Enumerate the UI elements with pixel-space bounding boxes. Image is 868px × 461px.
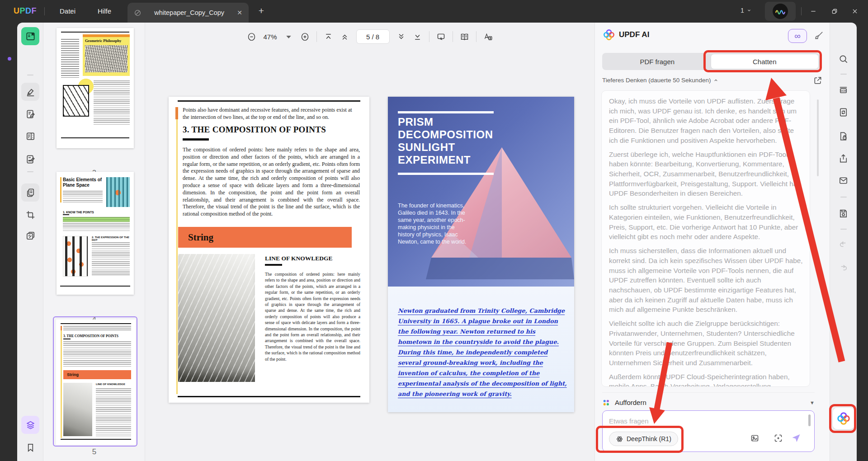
organize-pages-icon[interactable] bbox=[21, 127, 39, 145]
zoom-level[interactable]: 47% bbox=[263, 33, 277, 41]
divider bbox=[44, 7, 45, 15]
divider bbox=[840, 229, 847, 230]
comment-feedback-icon[interactable] bbox=[834, 456, 852, 461]
comment-marker-icon[interactable] bbox=[21, 83, 39, 101]
thinking-paragraph: Okay, ich muss die Vorteile von UPDF auf… bbox=[609, 96, 803, 146]
rule bbox=[61, 323, 131, 324]
last-page-icon[interactable] bbox=[413, 32, 422, 42]
new-tab-button[interactable]: + bbox=[255, 5, 267, 16]
rule bbox=[63, 339, 71, 339]
crop-pages-icon[interactable] bbox=[21, 206, 39, 224]
fill-and-sign-icon[interactable] bbox=[21, 150, 39, 168]
menu-hilfe[interactable]: Hilfe bbox=[91, 0, 118, 23]
copy-pages-icon[interactable] bbox=[21, 183, 39, 202]
previous-page-icon[interactable] bbox=[340, 32, 349, 42]
tab-title: whitepaper_Copy_Copy bbox=[146, 9, 232, 16]
infinity-toggle[interactable]: ∞ bbox=[788, 29, 807, 43]
divider bbox=[316, 31, 317, 42]
updf-ai-flower-icon bbox=[837, 412, 850, 425]
minimize-button[interactable] bbox=[807, 5, 819, 17]
convert-icon[interactable] bbox=[834, 103, 852, 121]
zoom-in-icon[interactable] bbox=[300, 32, 310, 42]
ai-thinking-message: Okay, ich muss die Vorteile von UPDF auf… bbox=[601, 90, 810, 387]
insert-image-icon[interactable] bbox=[750, 433, 760, 445]
text-block bbox=[63, 191, 103, 202]
tab-close-icon[interactable]: ✕ bbox=[237, 9, 242, 16]
rule bbox=[60, 286, 130, 287]
zoom-dropdown-icon[interactable] bbox=[284, 32, 293, 42]
clear-chat-brush-icon[interactable] bbox=[814, 30, 824, 42]
close-button[interactable] bbox=[849, 5, 861, 17]
zoom-out-icon[interactable] bbox=[247, 32, 256, 42]
divider bbox=[840, 74, 847, 75]
open-external-icon[interactable] bbox=[813, 76, 822, 86]
updf-ai-launcher-button[interactable] bbox=[833, 408, 854, 429]
text-block bbox=[63, 341, 131, 367]
collapse-chevron-icon[interactable] bbox=[713, 77, 719, 83]
window-count: 1 bbox=[741, 7, 744, 14]
window-count-dropdown[interactable]: 1 bbox=[741, 7, 751, 14]
rule bbox=[61, 439, 131, 440]
undo-icon[interactable] bbox=[834, 235, 852, 253]
tab-chatten[interactable]: Chatten bbox=[711, 54, 819, 69]
prism-title: PRISM DECOMPOSITION SUNLIGHT EXPERIMENT bbox=[398, 116, 493, 166]
restore-button[interactable] bbox=[829, 5, 840, 17]
edit-page-icon[interactable] bbox=[21, 105, 39, 123]
left-toolbar bbox=[17, 23, 43, 461]
thumbnail-page-5-selected[interactable]: 3. THE COMPOSITION OF POINTS String LINE… bbox=[53, 316, 137, 447]
right-frame bbox=[857, 23, 868, 461]
screenshot-icon[interactable] bbox=[774, 433, 783, 445]
ai-tab-bar: PDF fragen Chatten bbox=[602, 53, 820, 70]
svg-text:OCR: OCR bbox=[840, 89, 846, 92]
thumbnail-panel: Geometric Philosophy 3 Basic Elements of… bbox=[43, 23, 145, 461]
mail-icon[interactable] bbox=[834, 171, 852, 189]
save-icon[interactable] bbox=[834, 204, 852, 222]
first-page-icon[interactable] bbox=[324, 32, 333, 42]
translate-icon[interactable] bbox=[483, 32, 493, 42]
logo-letter: F bbox=[32, 6, 37, 15]
right-toolbar: OCR bbox=[830, 23, 857, 461]
document-tab[interactable]: whitepaper_Copy_Copy ✕ bbox=[127, 3, 249, 23]
logo-letter: P bbox=[20, 6, 26, 15]
ocr-icon[interactable]: OCR bbox=[834, 80, 852, 99]
account-button[interactable] bbox=[765, 2, 796, 21]
avatar bbox=[773, 4, 788, 19]
column-underline bbox=[265, 264, 282, 266]
thumbnail-page-3[interactable]: Geometric Philosophy bbox=[57, 28, 134, 148]
thumbnail-page-4[interactable]: Basic Elements of Plane Space 1. KNOW TH… bbox=[57, 172, 134, 295]
divider bbox=[27, 171, 33, 172]
reader-mode-icon[interactable] bbox=[21, 27, 39, 45]
abstract-lines-image bbox=[63, 85, 89, 117]
send-icon[interactable] bbox=[791, 433, 802, 445]
ai-input-box[interactable]: Etwas fragen DeepThink (R1) bbox=[602, 410, 815, 452]
reading-mode-icon[interactable] bbox=[460, 32, 469, 42]
dots-image bbox=[63, 236, 88, 277]
page-stack-icon[interactable] bbox=[21, 226, 39, 245]
deepthink-button[interactable]: DeepThink (R1) bbox=[609, 432, 678, 446]
bookmark-icon[interactable] bbox=[21, 438, 39, 456]
page-number-input[interactable]: 5 / 8 bbox=[356, 29, 390, 44]
rule bbox=[178, 100, 360, 102]
input-scrollbar[interactable] bbox=[808, 414, 811, 426]
divider bbox=[453, 31, 453, 42]
prompt-dots-icon bbox=[602, 399, 610, 407]
prism-caption-area: Newton graduated from Trinity College, C… bbox=[388, 287, 574, 412]
tab-pdf-fragen[interactable]: PDF fragen bbox=[604, 54, 711, 69]
chevron-down-icon bbox=[747, 8, 751, 13]
chat-scrollbar[interactable] bbox=[817, 99, 819, 176]
minimize-icon bbox=[810, 8, 816, 14]
prompt-label: Auffordern bbox=[615, 399, 646, 406]
next-page-icon[interactable] bbox=[396, 32, 406, 42]
mesh-image bbox=[85, 45, 127, 72]
menu-datei[interactable]: Datei bbox=[53, 0, 82, 23]
protect-icon[interactable] bbox=[834, 127, 852, 145]
prompt-dropdown[interactable]: Auffordern ▼ bbox=[602, 392, 815, 409]
text-block bbox=[92, 242, 130, 277]
thinking-header-row[interactable]: Tieferes Denken (dauerte 50 Sekunden) bbox=[602, 77, 822, 84]
redo-icon[interactable] bbox=[834, 259, 852, 277]
share-icon[interactable] bbox=[834, 149, 852, 167]
paragraph-marker bbox=[175, 107, 178, 119]
layers-icon[interactable] bbox=[21, 416, 39, 434]
presentation-icon[interactable] bbox=[436, 32, 446, 42]
search-icon[interactable] bbox=[834, 50, 852, 68]
